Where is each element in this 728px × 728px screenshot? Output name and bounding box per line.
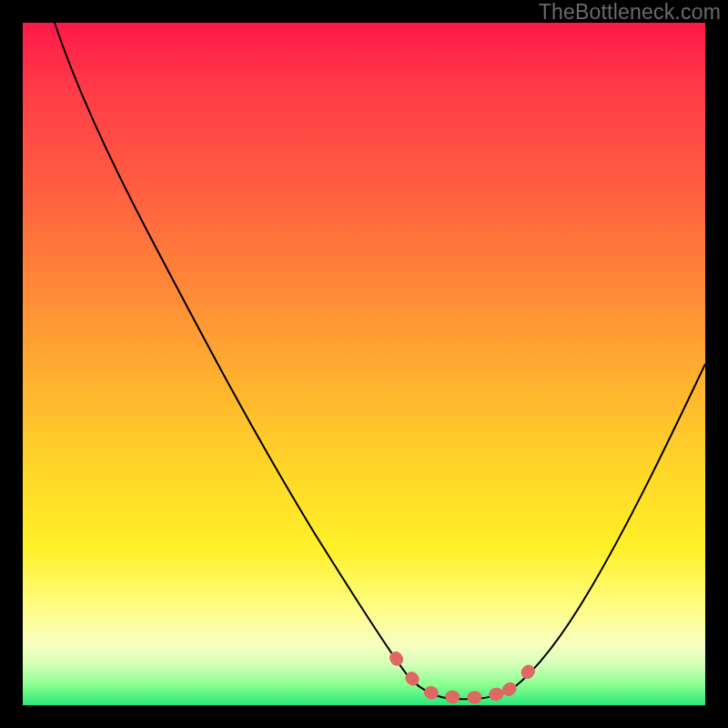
curve-left-limb: [55, 23, 410, 678]
watermark-text: TheBottleneck.com: [539, 0, 721, 25]
chart-container: TheBottleneck.com: [0, 0, 728, 728]
bottleneck-curve: [23, 23, 705, 705]
plot-area: [23, 23, 705, 705]
curve-right-limb: [512, 364, 705, 689]
optimal-beads-right: [509, 658, 540, 690]
optimal-beads-left: [396, 658, 425, 690]
